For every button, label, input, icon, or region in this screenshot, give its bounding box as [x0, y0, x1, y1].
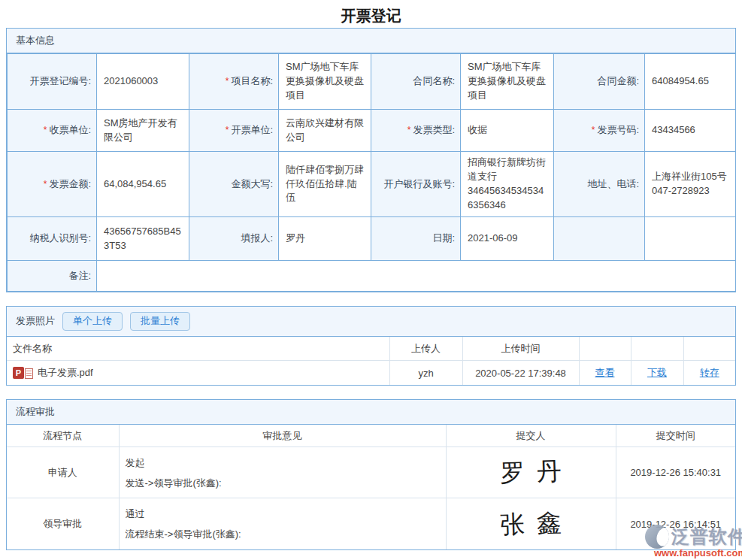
table-row: 开票登记编号: 2021060003 *项目名称: SM广场地下车库更换摄像机及… — [8, 54, 736, 110]
field-label — [554, 217, 645, 261]
field-value: SM房地产开发有限公司 — [97, 110, 189, 152]
field-value: 43656757685B453T53 — [97, 217, 189, 261]
field-label: 合同金额: — [554, 54, 645, 110]
submitter-signature-cell: 罗丹 — [446, 447, 616, 498]
file-upload-time: 2020-05-22 17:39:48 — [462, 361, 579, 385]
field-label: 合同名称: — [371, 54, 461, 110]
field-label: 地址、电话: — [554, 152, 645, 217]
col-opinion: 审批意见 — [119, 425, 446, 447]
field-value: 64,084,954.65 — [97, 152, 189, 217]
approval-opinion: 发起 发送->领导审批(张鑫): — [119, 447, 446, 498]
field-label: 开票登记编号: — [8, 54, 97, 110]
opinion-line: 发起 — [126, 453, 440, 473]
file-name: 电子发票.pdf — [38, 366, 93, 380]
page-title: 开票登记 — [0, 0, 742, 28]
col-file-name: 文件名称 — [7, 337, 389, 361]
field-value: 43434566 — [645, 110, 736, 152]
remark-label: 备注: — [8, 261, 97, 292]
field-value: 2021060003 — [97, 54, 189, 110]
submit-time: 2019-12-26 16:14:51 — [616, 498, 735, 549]
required-marker: * — [44, 125, 47, 135]
col-uploader: 上传人 — [389, 337, 462, 361]
required-marker: * — [226, 125, 229, 135]
field-value: 招商银行新牌坊街道支行 346456345345346356346 — [461, 152, 554, 217]
col-upload-time: 上传时间 — [462, 337, 579, 361]
opinion-line: 通过 — [126, 504, 440, 524]
field-label: 日期: — [371, 217, 461, 261]
field-label: 纳税人识别号: — [8, 217, 97, 261]
field-label: 开户银行及账号: — [371, 152, 461, 217]
approval-header: 流程审批 — [7, 400, 735, 425]
approval-row: 申请人 发起 发送->领导审批(张鑫): 罗丹 2019-12-26 15:40… — [7, 447, 735, 498]
file-uploader: yzh — [389, 361, 462, 385]
table-row: 纳税人识别号: 43656757685B453T53 填报人: 罗丹 日期: 2… — [8, 217, 736, 261]
invoice-photos-title: 发票照片 — [16, 314, 55, 328]
field-label: *发票类型: — [371, 110, 461, 152]
field-label: 金额大写: — [189, 152, 279, 217]
invoice-photos-header: 发票照片 单个上传 批量上传 — [7, 307, 735, 337]
file-row: P 电子发票.pdf yzh 2020-05-22 17:39:48 查看 下载… — [7, 361, 735, 385]
approval-node: 申请人 — [7, 447, 119, 498]
opinion-line: 发送->领导审批(张鑫): — [126, 473, 440, 493]
single-upload-button[interactable]: 单个上传 — [62, 312, 123, 331]
batch-upload-button[interactable]: 批量上传 — [130, 312, 190, 331]
table-row: *收票单位: SM房地产开发有限公司 *开票单位: 云南欣兴建材有限公司 *发票… — [8, 110, 736, 152]
approval-node: 领导审批 — [7, 498, 119, 549]
basic-info-header: 基本信息 — [7, 29, 735, 53]
file-name-cell: P 电子发票.pdf — [7, 361, 389, 385]
field-label: *发票金额: — [8, 152, 97, 217]
view-link[interactable]: 查看 — [595, 367, 615, 378]
required-marker: * — [226, 76, 229, 86]
required-marker: * — [407, 125, 411, 135]
field-value: 上海祥业街105号 047-2728923 — [645, 152, 736, 217]
approval-table: 流程节点 审批意见 提交人 提交时间 申请人 发起 发送->领导审批(张鑫): … — [7, 425, 735, 549]
field-label: *收票单位: — [8, 110, 97, 152]
basic-info-title: 基本信息 — [16, 34, 55, 47]
col-submit-time: 提交时间 — [616, 425, 735, 447]
required-marker: * — [592, 125, 595, 135]
field-value: SM广场地下车库更换摄像机及硬盘项目 — [461, 54, 554, 110]
col-action-2 — [631, 337, 683, 361]
transfer-link[interactable]: 转存 — [700, 367, 719, 378]
table-row: *发票金额: 64,084,954.65 金额大写: 陆仟肆佰零捌万肆仟玖佰伍拾… — [8, 152, 736, 217]
required-marker: * — [44, 179, 47, 189]
field-value: 2021-06-09 — [461, 217, 554, 261]
field-label: *开票单位: — [189, 110, 279, 152]
files-table: 文件名称 上传人 上传时间 P 电子发票.pdf yzh 2020-05-22 … — [7, 337, 735, 385]
basic-info-table: 开票登记编号: 2021060003 *项目名称: SM广场地下车库更换摄像机及… — [7, 53, 736, 292]
field-value: 64084954.65 — [645, 54, 736, 110]
col-node: 流程节点 — [7, 425, 119, 447]
col-action-3 — [683, 337, 735, 361]
basic-info-section: 基本信息 开票登记编号: 2021060003 *项目名称: SM广场地下车库更… — [6, 28, 736, 292]
field-value: SM广场地下车库更换摄像机及硬盘项目 — [279, 54, 371, 110]
field-label: 填报人: — [189, 217, 279, 261]
col-action-1 — [579, 337, 631, 361]
field-label: *发票号码: — [554, 110, 645, 152]
field-value: 云南欣兴建材有限公司 — [279, 110, 371, 152]
col-submitter: 提交人 — [446, 425, 616, 447]
approval-title: 流程审批 — [16, 405, 55, 419]
submitter-signature-cell: 张鑫 — [446, 498, 616, 549]
field-value: 罗丹 — [279, 217, 371, 261]
opinion-line: 流程结束->领导审批(张鑫): — [126, 524, 440, 544]
field-label: *项目名称: — [189, 54, 279, 110]
approval-row: 领导审批 通过 流程结束->领导审批(张鑫): 张鑫 2019-12-26 16… — [7, 498, 735, 549]
approval-header-row: 流程节点 审批意见 提交人 提交时间 — [7, 425, 735, 447]
pdf-file-icon: P — [13, 367, 33, 379]
field-value: 收据 — [461, 110, 554, 152]
files-header-row: 文件名称 上传人 上传时间 — [7, 337, 735, 361]
signature: 罗丹 — [487, 454, 574, 491]
invoice-photos-section: 发票照片 单个上传 批量上传 文件名称 上传人 上传时间 P 电子发票.pdf — [6, 306, 736, 386]
field-value — [645, 217, 736, 261]
remark-value — [97, 261, 736, 292]
download-link[interactable]: 下载 — [647, 367, 667, 378]
signature: 张鑫 — [487, 506, 574, 543]
approval-section: 流程审批 流程节点 审批意见 提交人 提交时间 申请人 发起 发送->领导审批(… — [6, 399, 736, 550]
field-value: 陆仟肆佰零捌万肆仟玖佰伍拾肆.陆伍 — [279, 152, 371, 217]
table-row: 备注: — [8, 261, 736, 292]
submit-time: 2019-12-26 15:40:31 — [616, 447, 735, 498]
approval-opinion: 通过 流程结束->领导审批(张鑫): — [119, 498, 446, 549]
